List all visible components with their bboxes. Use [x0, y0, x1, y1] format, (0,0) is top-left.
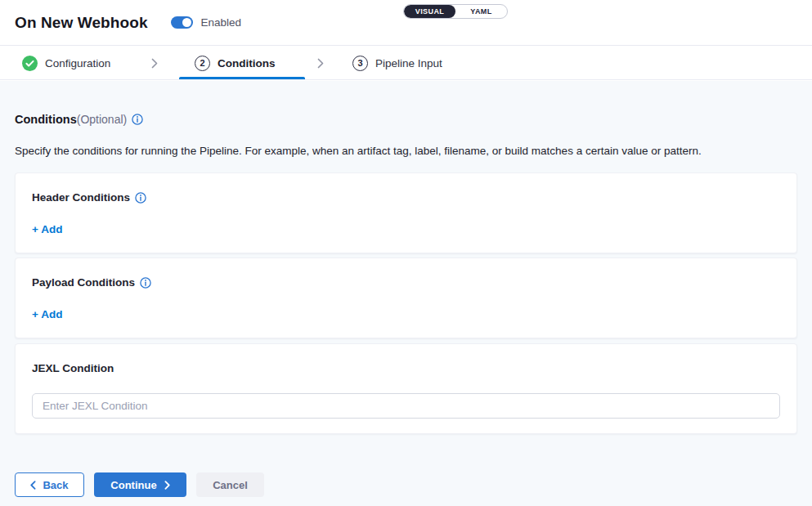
step-number-circle: 3: [352, 56, 368, 71]
step-configuration[interactable]: Configuration: [22, 47, 110, 79]
conditions-panel: Conditions (Optional) Specify the condit…: [0, 81, 812, 506]
step-label: Conditions: [218, 57, 276, 69]
chevron-left-icon: [30, 481, 36, 490]
card-title-row: Payload Conditions: [32, 276, 780, 289]
card-title: Payload Conditions: [32, 276, 135, 289]
step-pipeline-input[interactable]: 3 Pipeline Input: [352, 47, 442, 79]
jexl-condition-card: JEXL Condition: [15, 343, 797, 434]
chevron-right-icon: [151, 58, 159, 69]
info-icon[interactable]: [135, 192, 146, 204]
step-label: Configuration: [45, 57, 110, 69]
step-number-circle: 2: [195, 56, 210, 71]
wizard-stepper: Configuration 2 Conditions 3 Pipeline In…: [0, 47, 812, 80]
chevron-right-icon: [317, 58, 325, 69]
continue-button[interactable]: Continue: [94, 472, 186, 497]
back-button[interactable]: Back: [15, 472, 84, 497]
payload-conditions-card: Payload Conditions + Add: [15, 257, 797, 338]
card-title-row: Header Conditions: [32, 191, 780, 204]
tab-visual[interactable]: VISUAL: [404, 5, 455, 18]
card-title-row: JEXL Condition: [32, 362, 780, 374]
enabled-toggle[interactable]: [171, 16, 193, 29]
card-title: Header Conditions: [32, 191, 130, 204]
check-circle-icon: [22, 56, 38, 71]
info-icon[interactable]: [132, 114, 143, 125]
cancel-button[interactable]: Cancel: [196, 472, 264, 497]
page-title: On New Webhook: [15, 14, 148, 32]
header-conditions-card: Header Conditions + Add: [15, 172, 797, 253]
visual-yaml-switch: VISUAL YAML: [403, 4, 508, 19]
enabled-toggle-group: Enabled: [171, 16, 242, 29]
enabled-toggle-label: Enabled: [201, 16, 242, 29]
section-description: Specify the conditions for running the P…: [15, 145, 797, 157]
section-heading: Conditions: [15, 113, 77, 126]
step-conditions[interactable]: 2 Conditions: [195, 47, 276, 79]
card-title: JEXL Condition: [32, 362, 114, 374]
jexl-condition-input[interactable]: [32, 393, 780, 419]
back-button-label: Back: [43, 479, 68, 491]
info-icon[interactable]: [140, 277, 151, 289]
wizard-footer: Back Continue Cancel: [15, 472, 797, 497]
optional-label: (Optional): [77, 113, 127, 126]
tab-yaml[interactable]: YAML: [455, 5, 507, 18]
add-payload-condition-button[interactable]: + Add: [32, 308, 62, 320]
add-header-condition-button[interactable]: + Add: [32, 223, 62, 235]
chevron-right-icon: [164, 481, 170, 490]
active-step-underline: [179, 77, 305, 79]
toggle-knob: [182, 18, 191, 27]
step-label: Pipeline Input: [375, 57, 442, 69]
cancel-button-label: Cancel: [213, 479, 248, 491]
page-header: On New Webhook Enabled VISUAL YAML: [0, 0, 812, 46]
section-heading-row: Conditions (Optional): [15, 113, 797, 126]
continue-button-label: Continue: [110, 479, 156, 491]
